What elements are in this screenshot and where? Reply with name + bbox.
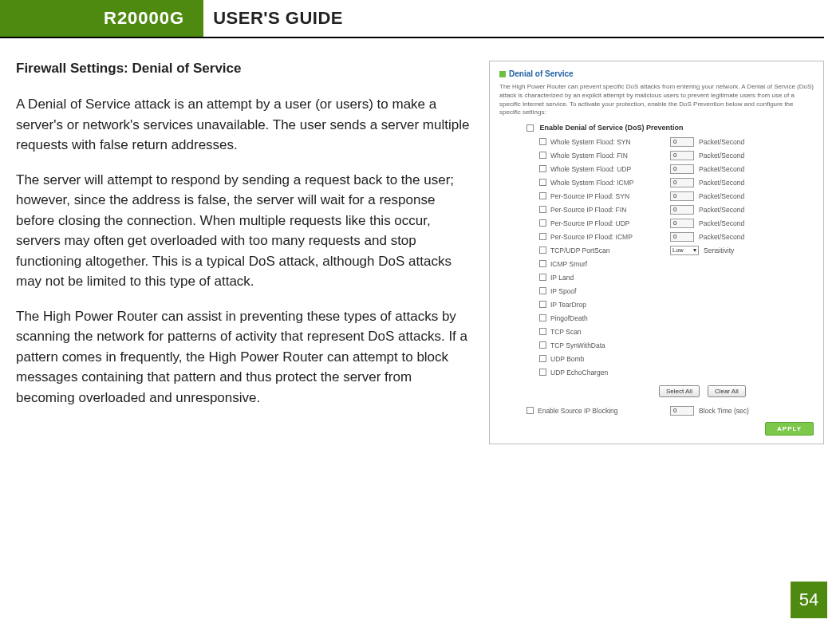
ss-row-label: TCP SynWithData [550, 341, 670, 349]
ss-row-label: Whole System Flood: FIN [550, 152, 670, 160]
checkbox[interactable] [539, 138, 546, 145]
ss-master-label: Enable Denial of Service (DoS) Preventio… [540, 124, 684, 132]
checkbox[interactable] [539, 165, 546, 172]
ss-unit: Packet/Second [699, 233, 744, 241]
checkbox[interactable] [539, 192, 546, 199]
ss-row-label: UDP Bomb [550, 355, 670, 363]
checkbox[interactable] [539, 233, 546, 240]
value-input[interactable]: 0 [670, 191, 694, 201]
ss-row-label: Per-Source IP Flood: SYN [550, 192, 670, 200]
checkbox-master[interactable] [526, 124, 534, 132]
ss-row-label: PingofDeath [550, 314, 670, 322]
content-area: Firewall Settings: Denial of Service A D… [0, 38, 840, 444]
clear-all-button[interactable]: Clear All [708, 385, 746, 397]
ss-value-row: Per-Source IP Flood: ICMP0Packet/Second [539, 230, 814, 243]
checkbox-source-block[interactable] [526, 407, 534, 414]
checkbox[interactable] [539, 328, 546, 335]
ss-intro: The High Power Router can prevent specif… [499, 83, 814, 117]
ss-unit: Packet/Second [699, 206, 744, 214]
ss-value-row: Whole System Flood: FIN0Packet/Second [539, 148, 814, 162]
ss-source-block-row: Enable Source IP Blocking 0 Block Time (… [526, 404, 814, 417]
checkbox[interactable] [539, 301, 546, 308]
ss-row-label: ICMP Smurf [550, 260, 670, 268]
paragraph-2: The server will attempt to respond by se… [16, 170, 471, 292]
ss-unit: Packet/Second [699, 219, 744, 227]
checkbox[interactable] [539, 341, 546, 349]
checkbox[interactable] [539, 152, 546, 159]
value-input[interactable]: 0 [670, 137, 694, 147]
ss-row-label: UDP EchoChargen [550, 369, 670, 377]
ss-title: Denial of Service [499, 69, 814, 78]
ss-portscan-label: TCP/UDP PortScan [550, 246, 670, 254]
sensitivity-select[interactable]: Low ▾ [670, 246, 699, 255]
ss-unit: Packet/Second [699, 138, 744, 146]
ss-unit: Packet/Second [699, 179, 744, 187]
square-icon [499, 71, 506, 77]
ss-value-row: Per-Source IP Flood: SYN0Packet/Second [539, 189, 814, 203]
embedded-screenshot: Denial of Service The High Power Router … [489, 61, 824, 444]
ss-simple-row: TCP Scan [539, 325, 814, 338]
ss-value-row: Per-Source IP Flood: UDP0Packet/Second [539, 216, 814, 230]
checkbox[interactable] [539, 355, 546, 362]
ss-button-row: Select All Clear All [659, 385, 814, 397]
value-input[interactable]: 0 [670, 178, 694, 187]
checkbox[interactable] [539, 260, 546, 267]
ss-row-label: Whole System Flood: ICMP [550, 179, 670, 187]
sensitivity-value: Low [672, 246, 684, 254]
ss-row-label: Per-Source IP Flood: FIN [550, 206, 670, 214]
select-all-button[interactable]: Select All [659, 385, 700, 397]
section-title: Firewall Settings: Denial of Service [16, 61, 471, 77]
ss-simple-row: IP Land [539, 270, 814, 284]
ss-unit: Packet/Second [699, 165, 744, 173]
document-header: R20000G USER'S GUIDE [0, 0, 824, 38]
value-input[interactable]: 0 [670, 151, 694, 160]
ss-simple-row: IP Spoof [539, 284, 814, 298]
paragraph-3: The High Power Router can assist in prev… [16, 306, 471, 408]
checkbox[interactable] [539, 179, 546, 186]
block-time-input[interactable]: 0 [670, 406, 694, 416]
ss-source-block-label: Enable Source IP Blocking [538, 407, 670, 415]
ss-value-rows: Whole System Flood: SYN0Packet/SecondWho… [499, 135, 814, 243]
apply-button[interactable]: APPLY [765, 422, 814, 436]
ss-row-label: Per-Source IP Flood: ICMP [550, 233, 670, 241]
ss-value-row: Whole System Flood: SYN0Packet/Second [539, 135, 814, 148]
ss-source-block-unit: Block Time (sec) [699, 407, 749, 415]
document-title: USER'S GUIDE [203, 0, 343, 37]
ss-simple-row: TCP SynWithData [539, 338, 814, 352]
ss-simple-row: ICMP Smurf [539, 257, 814, 270]
ss-portscan-unit: Sensitivity [704, 246, 734, 254]
value-input[interactable]: 0 [670, 205, 694, 215]
ss-unit: Packet/Second [699, 192, 744, 200]
checkbox[interactable] [539, 287, 546, 294]
checkbox[interactable] [539, 206, 546, 213]
value-input[interactable]: 0 [670, 164, 694, 174]
model-badge: R20000G [0, 0, 203, 37]
ss-row-label: TCP Scan [550, 328, 670, 336]
ss-master-row: Enable Denial of Service (DoS) Preventio… [526, 124, 814, 132]
ss-value-row: Whole System Flood: UDP0Packet/Second [539, 162, 814, 175]
ss-row-label: Whole System Flood: UDP [550, 165, 670, 173]
value-input[interactable]: 0 [670, 219, 694, 228]
checkbox[interactable] [539, 274, 546, 281]
ss-value-row: Whole System Flood: ICMP0Packet/Second [539, 175, 814, 189]
page-number: 54 [791, 582, 827, 618]
ss-simple-row: IP TearDrop [539, 298, 814, 311]
ss-row-label: IP Land [550, 274, 670, 282]
ss-simple-row: PingofDeath [539, 311, 814, 325]
ss-row-label: IP Spoof [550, 287, 670, 295]
checkbox[interactable] [539, 369, 546, 376]
checkbox[interactable] [539, 314, 546, 321]
ss-value-row: Per-Source IP Flood: FIN0Packet/Second [539, 203, 814, 216]
checkbox-portscan[interactable] [539, 246, 546, 254]
value-input[interactable]: 0 [670, 232, 694, 242]
ss-row-label: IP TearDrop [550, 301, 670, 309]
chevron-down-icon: ▾ [693, 246, 696, 254]
ss-simple-row: UDP EchoChargen [539, 365, 814, 379]
ss-simple-row: UDP Bomb [539, 352, 814, 365]
text-column: Firewall Settings: Denial of Service A D… [16, 61, 471, 444]
ss-row-label: Per-Source IP Flood: UDP [550, 219, 670, 227]
paragraph-1: A Denial of Service attack is an attempt… [16, 94, 471, 156]
ss-title-text: Denial of Service [509, 69, 574, 78]
ss-unit: Packet/Second [699, 152, 744, 160]
checkbox[interactable] [539, 219, 546, 227]
